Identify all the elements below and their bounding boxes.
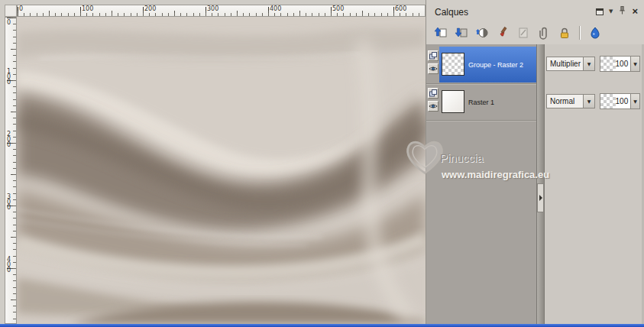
chevron-down-icon: ▼ — [583, 57, 594, 70]
ruler-label: 400 — [270, 5, 281, 12]
ruler-corner — [5, 5, 17, 17]
blend-mode-value: Normal — [547, 95, 583, 108]
layers-panel: Calques ▼ × — [426, 0, 644, 324]
link-layers-icon[interactable] — [536, 25, 552, 41]
lock-transparency-icon[interactable] — [556, 25, 572, 41]
ruler-label: 200 — [5, 131, 12, 147]
new-vector-layer-icon[interactable] — [515, 25, 531, 41]
image-canvas[interactable] — [17, 17, 426, 324]
splitter-handle[interactable] — [537, 183, 544, 212]
chevron-down-icon: ▼ — [630, 94, 639, 108]
opacity-control[interactable]: 100 ▼ — [600, 56, 640, 72]
layer-visibility-toggle[interactable] — [428, 101, 439, 112]
layer-name[interactable]: Raster 1 — [468, 99, 536, 106]
ruler-label: 300 — [5, 193, 12, 209]
layer-thumbnail[interactable] — [442, 90, 464, 113]
layer-visibility-toggle[interactable] — [428, 63, 439, 74]
panel-window-controls: ▼ × — [596, 6, 638, 17]
restore-icon[interactable] — [596, 8, 604, 15]
ruler-label: 0 — [5, 19, 12, 24]
new-mask-layer-icon[interactable] — [453, 25, 469, 41]
ruler-label: 600 — [395, 5, 406, 12]
eye-icon — [429, 65, 438, 73]
chevron-right-icon — [539, 195, 542, 201]
row-separator — [426, 83, 536, 84]
taskbar-edge — [0, 324, 644, 327]
opacity-value: 100 — [616, 57, 631, 71]
opacity-value: 100 — [616, 94, 631, 108]
layer-name[interactable]: Groupe - Raster 2 — [468, 61, 536, 69]
ruler-label: 300 — [207, 5, 218, 12]
layer-properties-area — [545, 44, 644, 324]
wave-artwork — [17, 17, 426, 324]
new-raster-layer-icon[interactable] — [432, 25, 448, 41]
layers-icon — [429, 51, 438, 60]
blend-mode-select[interactable]: Multiplier ▼ — [546, 57, 595, 71]
pin-icon[interactable] — [618, 5, 626, 18]
layer-link-toggle[interactable] — [428, 50, 439, 61]
new-art-media-layer-icon[interactable] — [494, 25, 510, 41]
ruler-label: 500 — [332, 5, 344, 12]
blend-mode-select[interactable]: Normal ▼ — [546, 94, 595, 108]
layer-thumbnail[interactable] — [442, 53, 464, 76]
blend-mode-value: Multiplier — [547, 57, 583, 70]
app-window: 0 100 200 300 400 500 600 0 100 200 300 … — [0, 0, 644, 327]
row-separator — [426, 120, 536, 121]
layers-toolbar — [432, 23, 603, 43]
layer-link-toggle[interactable] — [428, 88, 439, 99]
toolbar-separator — [579, 26, 580, 40]
opacity-slider-track — [600, 57, 616, 71]
panel-title: Calques — [435, 7, 468, 18]
ruler-label: 100 — [5, 68, 12, 84]
ruler-label: 0 — [19, 5, 23, 12]
opacity-slider-track — [600, 94, 616, 108]
ruler-label: 200 — [144, 5, 156, 12]
new-adjustment-layer-icon[interactable] — [474, 25, 490, 41]
ruler-label: 100 — [82, 5, 93, 12]
eye-icon — [429, 102, 438, 110]
ruler-label: 400 — [5, 256, 12, 272]
chevron-down-icon: ▼ — [583, 95, 594, 108]
layer-list-area — [426, 44, 536, 324]
horizontal-ruler: 0 100 200 300 400 500 600 — [17, 5, 426, 17]
chevron-down-icon: ▼ — [630, 57, 639, 71]
close-icon[interactable]: × — [632, 8, 638, 15]
vertical-ruler: 0 100 200 300 400 — [5, 17, 17, 324]
opacity-control[interactable]: 100 ▼ — [600, 93, 640, 109]
layers-icon — [429, 89, 438, 98]
menu-arrow-icon[interactable]: ▼ — [609, 8, 613, 15]
edit-selection-icon[interactable] — [587, 25, 603, 41]
